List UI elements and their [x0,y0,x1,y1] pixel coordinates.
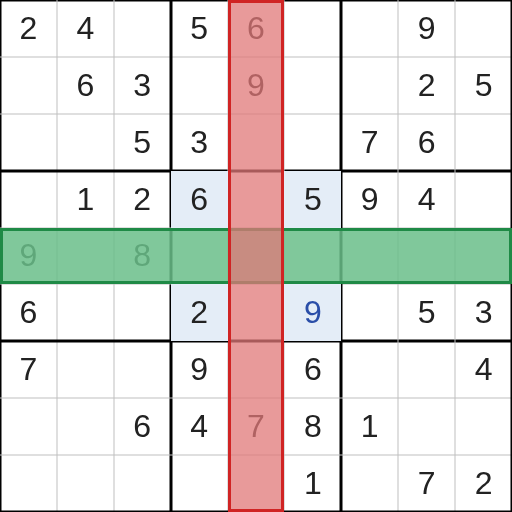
cell-r1-c1[interactable]: 6 [57,57,114,114]
cell-r1-c4[interactable]: 9 [228,57,285,114]
cell-r7-c5[interactable]: 8 [284,398,341,455]
cell-r7-c0[interactable] [0,398,57,455]
cell-r8-c0[interactable] [0,455,57,512]
cell-r2-c1[interactable] [57,114,114,171]
cell-r7-c1[interactable] [57,398,114,455]
cell-r5-c8[interactable]: 3 [455,284,512,341]
cell-r3-c6[interactable]: 9 [341,171,398,228]
cell-r2-c3[interactable]: 3 [171,114,228,171]
cell-r6-c3[interactable]: 9 [171,341,228,398]
cell-r2-c5[interactable] [284,114,341,171]
cell-r4-c1[interactable] [57,228,114,285]
cell-r8-c8[interactable]: 2 [455,455,512,512]
cell-r4-c5[interactable] [284,228,341,285]
cell-r8-c1[interactable] [57,455,114,512]
cell-r3-c7[interactable]: 4 [398,171,455,228]
cell-r1-c0[interactable] [0,57,57,114]
cell-r1-c8[interactable]: 5 [455,57,512,114]
cell-r5-c1[interactable] [57,284,114,341]
sudoku-board[interactable]: 245696392553761265949862953796464781172 [0,0,512,512]
cell-r6-c5[interactable]: 6 [284,341,341,398]
cell-r2-c8[interactable] [455,114,512,171]
cell-r4-c0[interactable]: 9 [0,228,57,285]
cell-r3-c1[interactable]: 1 [57,171,114,228]
cell-r3-c4[interactable] [228,171,285,228]
cells-layer: 245696392553761265949862953796464781172 [0,0,512,512]
cell-r7-c8[interactable] [455,398,512,455]
cell-r3-c5[interactable]: 5 [284,171,341,228]
cell-r5-c4[interactable] [228,284,285,341]
cell-r8-c7[interactable]: 7 [398,455,455,512]
cell-r7-c7[interactable] [398,398,455,455]
cell-r7-c2[interactable]: 6 [114,398,171,455]
cell-r6-c2[interactable] [114,341,171,398]
cell-r2-c7[interactable]: 6 [398,114,455,171]
cell-r3-c8[interactable] [455,171,512,228]
cell-r4-c2[interactable]: 8 [114,228,171,285]
cell-r3-c3[interactable]: 6 [171,171,228,228]
cell-r0-c8[interactable] [455,0,512,57]
cell-r2-c6[interactable]: 7 [341,114,398,171]
cell-r0-c5[interactable] [284,0,341,57]
cell-r4-c4[interactable] [228,228,285,285]
cell-r0-c4[interactable]: 6 [228,0,285,57]
cell-r3-c2[interactable]: 2 [114,171,171,228]
cell-r2-c0[interactable] [0,114,57,171]
cell-r2-c4[interactable] [228,114,285,171]
cell-r4-c8[interactable] [455,228,512,285]
cell-r6-c0[interactable]: 7 [0,341,57,398]
cell-r6-c1[interactable] [57,341,114,398]
cell-r0-c6[interactable] [341,0,398,57]
cell-r0-c3[interactable]: 5 [171,0,228,57]
cell-r6-c7[interactable] [398,341,455,398]
cell-r4-c3[interactable] [171,228,228,285]
cell-r0-c1[interactable]: 4 [57,0,114,57]
cell-r4-c7[interactable] [398,228,455,285]
cell-r5-c6[interactable] [341,284,398,341]
cell-r5-c2[interactable] [114,284,171,341]
cell-r0-c0[interactable]: 2 [0,0,57,57]
cell-r5-c7[interactable]: 5 [398,284,455,341]
cell-r1-c5[interactable] [284,57,341,114]
cell-r7-c3[interactable]: 4 [171,398,228,455]
cell-r1-c6[interactable] [341,57,398,114]
cell-r0-c2[interactable] [114,0,171,57]
cell-r8-c6[interactable] [341,455,398,512]
cell-r5-c0[interactable]: 6 [0,284,57,341]
cell-r0-c7[interactable]: 9 [398,0,455,57]
cell-r8-c5[interactable]: 1 [284,455,341,512]
cell-r4-c6[interactable] [341,228,398,285]
cell-r8-c2[interactable] [114,455,171,512]
cell-r2-c2[interactable]: 5 [114,114,171,171]
cell-r6-c8[interactable]: 4 [455,341,512,398]
cell-r1-c2[interactable]: 3 [114,57,171,114]
cell-r6-c6[interactable] [341,341,398,398]
cell-r1-c7[interactable]: 2 [398,57,455,114]
cell-r8-c3[interactable] [171,455,228,512]
cell-r7-c4[interactable]: 7 [228,398,285,455]
cell-r5-c5[interactable]: 9 [284,284,341,341]
cell-r6-c4[interactable] [228,341,285,398]
cell-r7-c6[interactable]: 1 [341,398,398,455]
cell-r5-c3[interactable]: 2 [171,284,228,341]
cell-r8-c4[interactable] [228,455,285,512]
cell-r3-c0[interactable] [0,171,57,228]
cell-r1-c3[interactable] [171,57,228,114]
